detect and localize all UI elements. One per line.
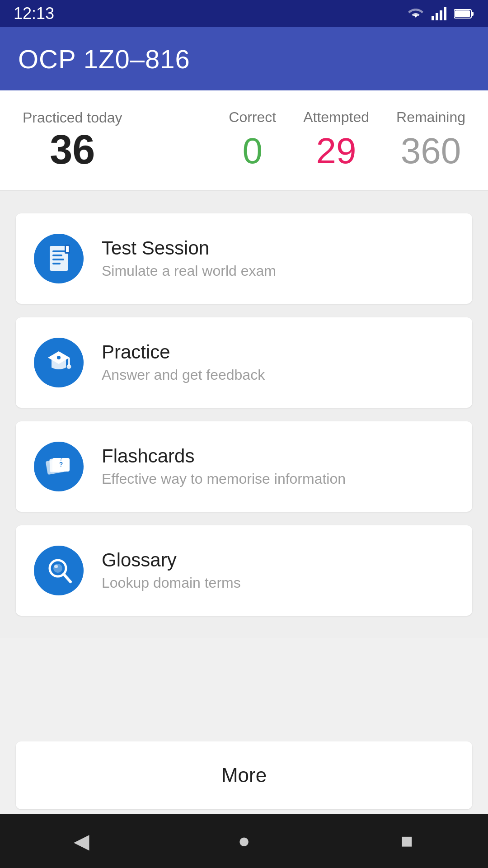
practice-text: Practice Answer and get feedback xyxy=(102,341,265,383)
svg-text:?: ? xyxy=(59,461,63,468)
test-session-icon xyxy=(44,244,74,273)
svg-rect-1 xyxy=(436,13,438,20)
glossary-title: Glossary xyxy=(102,549,241,571)
svg-rect-3 xyxy=(444,7,446,20)
flashcards-text: Flashcards Effective way to memorise inf… xyxy=(102,445,346,487)
attempted-label: Attempted xyxy=(303,109,369,126)
battery-icon xyxy=(454,8,474,19)
nav-recent-icon: ■ xyxy=(400,829,413,853)
practice-card[interactable]: Practice Answer and get feedback xyxy=(16,317,472,408)
svg-point-15 xyxy=(57,356,61,359)
svg-rect-6 xyxy=(455,10,470,17)
remaining-stat: Remaining 360 xyxy=(396,109,465,172)
flashcards-title: Flashcards xyxy=(102,445,346,467)
nav-back-icon: ◀ xyxy=(74,829,89,853)
more-button[interactable]: More xyxy=(16,741,472,809)
stats-section: Practiced today 36 Correct 0 Attempted 2… xyxy=(0,90,488,191)
more-button-container: More xyxy=(0,741,488,809)
status-icons xyxy=(407,7,474,20)
attempted-stat: Attempted 29 xyxy=(303,109,369,172)
svg-rect-13 xyxy=(66,246,69,252)
svg-rect-0 xyxy=(432,16,434,20)
nav-bar: ◀ ● ■ xyxy=(0,814,488,868)
svg-rect-2 xyxy=(440,10,442,20)
svg-rect-10 xyxy=(52,259,64,260)
test-session-icon-wrapper xyxy=(34,234,84,283)
svg-rect-9 xyxy=(52,255,62,256)
signal-icon xyxy=(432,7,447,20)
correct-value: 0 xyxy=(229,130,276,172)
nav-recent-button[interactable]: ■ xyxy=(384,818,429,863)
remaining-value: 360 xyxy=(396,130,465,172)
glossary-icon xyxy=(44,556,74,585)
test-session-subtitle: Simulate a real world exam xyxy=(102,263,276,279)
status-bar: 12:13 xyxy=(0,0,488,27)
glossary-text: Glossary Lookup domain terms xyxy=(102,549,241,591)
nav-home-button[interactable]: ● xyxy=(221,818,267,863)
status-time: 12:13 xyxy=(14,4,54,23)
svg-point-26 xyxy=(54,565,58,568)
wifi-icon xyxy=(407,7,425,20)
practice-title: Practice xyxy=(102,341,265,363)
practice-icon xyxy=(44,348,74,377)
app-title: OCP 1Z0–816 xyxy=(18,44,190,74)
attempted-value: 29 xyxy=(303,130,369,172)
practice-subtitle: Answer and get feedback xyxy=(102,367,265,383)
nav-back-button[interactable]: ◀ xyxy=(59,818,104,863)
practiced-value: 36 xyxy=(23,127,122,172)
svg-point-24 xyxy=(53,564,62,573)
flashcards-icon-wrapper: ? ? xyxy=(34,442,84,491)
glossary-card[interactable]: Glossary Lookup domain terms xyxy=(16,525,472,616)
practiced-today-container: Practiced today 36 xyxy=(23,108,122,172)
practiced-label: Practiced today xyxy=(23,108,122,127)
glossary-subtitle: Lookup domain terms xyxy=(102,575,241,591)
flashcards-icon: ? ? xyxy=(44,452,74,481)
svg-point-17 xyxy=(66,364,71,369)
flashcards-subtitle: Effective way to memorise information xyxy=(102,471,346,487)
app-header: OCP 1Z0–816 xyxy=(0,27,488,90)
remaining-label: Remaining xyxy=(396,109,465,126)
test-session-title: Test Session xyxy=(102,237,276,259)
nav-home-icon: ● xyxy=(238,829,250,853)
test-session-card[interactable]: Test Session Simulate a real world exam xyxy=(16,213,472,304)
test-session-text: Test Session Simulate a real world exam xyxy=(102,237,276,279)
glossary-icon-wrapper xyxy=(34,546,84,595)
correct-stat: Correct 0 xyxy=(229,109,276,172)
svg-rect-8 xyxy=(52,250,66,252)
flashcards-card[interactable]: ? ? Flashcards Effective way to memorise… xyxy=(16,421,472,512)
correct-label: Correct xyxy=(229,109,276,126)
stats-right: Correct 0 Attempted 29 Remaining 360 xyxy=(229,109,465,172)
practice-icon-wrapper xyxy=(34,338,84,387)
svg-rect-11 xyxy=(52,263,61,264)
svg-rect-5 xyxy=(471,12,474,16)
main-content: Test Session Simulate a real world exam … xyxy=(0,191,488,638)
svg-text:?: ? xyxy=(60,457,62,462)
svg-line-25 xyxy=(64,574,70,582)
